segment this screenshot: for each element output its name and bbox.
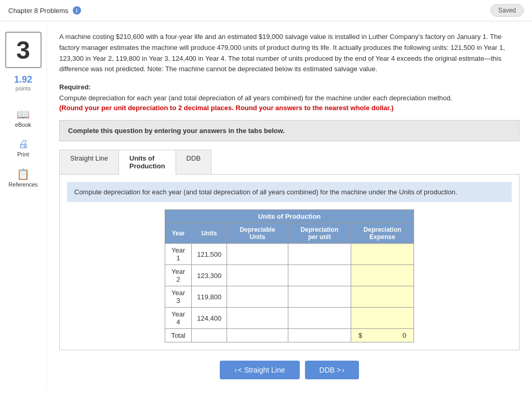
prev-label: < Straight Line	[238, 366, 285, 374]
year-4-units: 124,400	[192, 308, 227, 329]
nav-buttons: ‹ < Straight Line DDB > ›	[59, 361, 520, 379]
tab-units-production[interactable]: Units ofProduction	[118, 150, 176, 175]
tab-ddb[interactable]: DDB	[176, 150, 211, 175]
col-dep-expense: DepreciationExpense	[351, 223, 414, 244]
table-row: Year 2 123,300	[165, 265, 414, 286]
chapter-title: Chapter 8 Problems	[8, 7, 69, 15]
table-row: Year 1 121,500	[165, 244, 414, 265]
sidebar-item-ebook[interactable]: 📖 eBook	[0, 104, 46, 132]
points-value: 1.92	[14, 74, 32, 85]
next-button[interactable]: DDB > ›	[305, 361, 359, 379]
top-bar-left: Chapter 8 Problems i	[8, 6, 81, 15]
year-1-dep-units[interactable]	[227, 244, 288, 265]
year-3-units: 119,800	[192, 286, 227, 308]
year-3-dep-units[interactable]	[227, 286, 288, 308]
ebook-icon: 📖	[17, 108, 30, 121]
year-2-label: Year 2	[165, 265, 192, 286]
col-year: Year	[165, 223, 192, 244]
points-section: 1.92 points	[14, 74, 32, 91]
year-2-dep-per-unit[interactable]	[288, 265, 351, 286]
year-4-dep-per-unit[interactable]	[288, 308, 351, 329]
year-4-dep-expense[interactable]	[351, 308, 414, 329]
required-section: Required: Compute depreciation for each …	[59, 83, 520, 112]
total-dollar-display: $ 0	[356, 332, 408, 339]
year-2-units: 123,300	[192, 265, 227, 286]
main-layout: 3 1.92 points 📖 eBook 🖨 Print 📋 Referenc…	[0, 21, 532, 390]
ebook-label: eBook	[15, 122, 31, 128]
required-text: Compute depreciation for each year (and …	[59, 93, 520, 104]
saved-badge: Saved	[490, 4, 524, 17]
total-dep-expense: $ 0	[351, 329, 414, 342]
total-label: Total	[165, 329, 192, 342]
question-number: 3	[5, 32, 42, 68]
dollar-sign: $	[358, 332, 362, 339]
table-row-total: Total $ 0	[165, 329, 414, 342]
total-dep-units[interactable]	[227, 329, 288, 342]
table-title: Units of Production	[165, 210, 414, 223]
year-3-dep-expense[interactable]	[351, 286, 414, 308]
references-icon: 📋	[17, 168, 30, 180]
col-dep-per-unit: Depreciationper unit	[288, 223, 351, 244]
tab-description: Compute depreciation for each year (and …	[67, 182, 512, 203]
depreciation-table: Units of Production Year Units Depreciab…	[165, 209, 414, 342]
tab-content: Compute depreciation for each year (and …	[59, 174, 520, 351]
print-label: Print	[17, 151, 29, 157]
sidebar: 3 1.92 points 📖 eBook 🖨 Print 📋 Referenc…	[0, 21, 47, 390]
required-label: Required:	[59, 83, 520, 91]
info-icon[interactable]: i	[73, 6, 81, 15]
content-area: A machine costing $210,600 with a four-y…	[47, 21, 532, 390]
year-4-label: Year 4	[165, 308, 192, 329]
year-1-units: 121,500	[192, 244, 227, 265]
prev-chevron-icon: ‹	[234, 366, 237, 374]
print-icon: 🖨	[18, 138, 29, 150]
year-3-dep-per-unit[interactable]	[288, 286, 351, 308]
table-row: Year 4 124,400	[165, 308, 414, 329]
tabs-container: Straight Line Units ofProduction DDB	[59, 150, 520, 175]
sidebar-item-print[interactable]: 🖨 Print	[0, 134, 46, 162]
table-row: Year 3 119,800	[165, 286, 414, 308]
total-value: 0	[403, 332, 406, 339]
prev-button[interactable]: ‹ < Straight Line	[220, 361, 299, 379]
problem-text: A machine costing $210,600 with a four-y…	[59, 32, 520, 75]
total-units	[192, 329, 227, 342]
year-2-dep-expense[interactable]	[351, 265, 414, 286]
year-4-dep-units[interactable]	[227, 308, 288, 329]
col-units: Units	[192, 223, 227, 244]
round-note: (Round your per unit depreciation to 2 d…	[59, 104, 520, 112]
points-label: points	[14, 85, 32, 91]
col-depreciable-units: DepreciableUnits	[227, 223, 288, 244]
next-label: DDB >	[320, 366, 341, 374]
year-1-label: Year 1	[165, 244, 192, 265]
complete-box: Complete this question by entering your …	[59, 120, 520, 141]
top-bar: Chapter 8 Problems i Saved	[0, 0, 532, 21]
next-chevron-icon: ›	[342, 366, 344, 374]
total-dep-per-unit	[288, 329, 351, 342]
year-2-dep-units[interactable]	[227, 265, 288, 286]
year-1-dep-expense[interactable]	[351, 244, 414, 265]
sidebar-item-references[interactable]: 📋 References	[0, 164, 46, 192]
tab-straight-line[interactable]: Straight Line	[59, 150, 118, 175]
year-1-dep-per-unit[interactable]	[288, 244, 351, 265]
references-label: References	[8, 181, 37, 188]
year-3-label: Year 3	[165, 286, 192, 308]
